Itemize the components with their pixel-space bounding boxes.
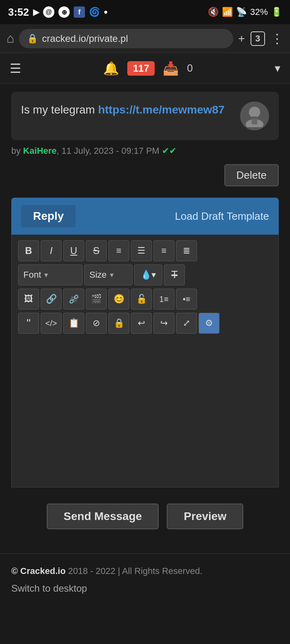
notification-badge: 117 (127, 61, 155, 76)
home-button[interactable]: ⌂ (6, 31, 14, 46)
footer: © Cracked.io 2018 - 2022 | All Rights Re… (0, 553, 290, 602)
tab-count[interactable]: 3 (251, 31, 265, 46)
toolbar-row-2: Font ▾ Size ▾ 💧▾ T̶ (18, 264, 272, 285)
spiral-icon: 🌀 (89, 7, 100, 17)
lock2-button[interactable]: 🔒 (108, 313, 129, 334)
browser-actions: + 3 ⋮ (238, 31, 284, 46)
font-selector[interactable]: Font ▾ (18, 264, 83, 285)
message-body: Is my telegram https://t.me/mewmew87 (21, 101, 234, 118)
inbox-icon[interactable]: 📥 (163, 61, 179, 76)
editor-area[interactable] (11, 343, 279, 487)
nav-center: 🔔 117 📥 0 (103, 61, 193, 76)
new-tab-button[interactable]: + (238, 32, 244, 45)
svg-rect-3 (250, 117, 259, 118)
time-display: 3:52 (8, 6, 29, 19)
align-right-button[interactable]: ≡ (153, 240, 174, 261)
font-chevron-down: ▾ (44, 270, 48, 279)
dot-indicator: • (104, 6, 108, 19)
signal-icon: 📡 (236, 7, 247, 17)
inbox-count: 0 (187, 62, 193, 74)
settings-button[interactable]: ⚙ (199, 313, 220, 334)
image-button[interactable]: 🖼 (18, 289, 39, 310)
bell-icon[interactable]: 🔔 (103, 61, 119, 76)
font-label: Font (23, 270, 41, 280)
footer-copyright: © Cracked.io 2018 - 2022 | All Rights Re… (11, 566, 279, 576)
editor-toolbar: B I U S ≡ ☰ ≡ ≣ Font ▾ Size ▾ 💧▾ T̶ 🖼 🔗 (11, 235, 279, 343)
browser-bar: ⌂ 🔒 cracked.io/private.pl + 3 ⋮ (0, 24, 290, 53)
ordered-list-button[interactable]: 1≡ (153, 289, 174, 310)
message-link[interactable]: https://t.me/mewmew87 (98, 103, 224, 116)
svg-point-0 (249, 107, 260, 118)
menu-button[interactable]: ⋮ (271, 31, 284, 46)
dropdown-arrow[interactable]: ▾ (275, 62, 280, 75)
clear-format-button[interactable]: T̶ (164, 264, 185, 285)
toolbar-row-1: B I U S ≡ ☰ ≡ ≣ (18, 240, 272, 261)
date-display: , 11 July, 2023 - 09:17 PM (57, 146, 160, 156)
message-meta: by KaiHere, 11 July, 2023 - 09:17 PM ✔✔ (11, 146, 279, 156)
align-left-button[interactable]: ≡ (108, 240, 129, 261)
url-bar[interactable]: 🔒 cracked.io/private.pl (19, 29, 233, 48)
read-checkmarks: ✔✔ (162, 146, 176, 156)
undo-button[interactable]: ↩ (131, 313, 152, 334)
redo-button[interactable]: ↪ (153, 313, 174, 334)
preview-button[interactable]: Preview (167, 504, 243, 529)
size-chevron-down: ▾ (110, 270, 114, 279)
delete-btn-row: Delete (11, 164, 279, 186)
load-draft-button[interactable]: Load Draft Template (175, 210, 269, 223)
align-center-button[interactable]: ☰ (131, 240, 152, 261)
resize-button[interactable]: ⤢ (176, 313, 197, 334)
switch-desktop-link[interactable]: Switch to desktop (11, 583, 279, 594)
at-icon: ⊕ (58, 6, 70, 18)
battery-display: 32% (250, 7, 268, 17)
no-entry-button[interactable]: ⊘ (86, 313, 107, 334)
link-button[interactable]: 🔗 (41, 289, 62, 310)
unordered-list-button[interactable]: •≡ (176, 289, 197, 310)
url-text: cracked.io/private.pl (42, 33, 128, 44)
color-button[interactable]: 💧▾ (134, 264, 162, 285)
threads-icon: @ (43, 6, 54, 18)
toolbar-row-4: " </> 📋 ⊘ 🔒 ↩ ↪ ⤢ ⚙ (18, 313, 272, 334)
bold-button[interactable]: B (18, 240, 39, 261)
youtube-icon: ▶ (33, 7, 39, 17)
battery-icon: 🔋 (271, 7, 282, 17)
reply-header: Reply Load Draft Template (11, 198, 279, 235)
copy-button[interactable]: 📋 (63, 313, 84, 334)
unlink-button[interactable]: ⛓‍💥 (63, 289, 84, 310)
nav-bar: ☰ 🔔 117 📥 0 ▾ (0, 53, 290, 84)
reply-button[interactable]: Reply (21, 205, 76, 227)
by-prefix: by (11, 146, 23, 156)
video-button[interactable]: 🎬 (86, 289, 107, 310)
code-button[interactable]: </> (41, 313, 62, 334)
brand-name: © Cracked.io (11, 566, 66, 576)
rights-text: 2018 - 2022 | All Rights Reserved. (68, 566, 202, 576)
lock-icon: 🔒 (27, 33, 38, 44)
emoji-button[interactable]: 😊 (108, 289, 129, 310)
send-message-button[interactable]: Send Message (47, 504, 159, 529)
action-buttons: Send Message Preview (11, 504, 279, 529)
hamburger-menu[interactable]: ☰ (10, 61, 21, 76)
quote-button[interactable]: " (18, 313, 39, 334)
align-justify-button[interactable]: ≣ (176, 240, 197, 261)
message-card: Is my telegram https://t.me/mewmew87 (11, 92, 279, 140)
delete-button[interactable]: Delete (224, 164, 279, 186)
lock-button[interactable]: 🔓 (131, 289, 152, 310)
strikethrough-button[interactable]: S (86, 240, 107, 261)
wifi-icon: 📶 (222, 7, 233, 17)
size-label: Size (89, 270, 107, 280)
facebook-icon: f (74, 6, 85, 18)
avatar (240, 101, 269, 130)
mute-icon: 🔇 (208, 7, 219, 17)
toolbar-row-3: 🖼 🔗 ⛓‍💥 🎬 😊 🔓 1≡ •≡ (18, 289, 272, 310)
underline-button[interactable]: U (63, 240, 84, 261)
main-content: Is my telegram https://t.me/mewmew87 by … (0, 84, 290, 553)
status-bar: 3:52 ▶ @ ⊕ f 🌀 • 🔇 📶 📡 32% 🔋 (0, 0, 290, 24)
status-time: 3:52 ▶ @ ⊕ f 🌀 • (8, 6, 108, 19)
status-right-icons: 🔇 📶 📡 32% 🔋 (208, 7, 282, 17)
author-name[interactable]: KaiHere (23, 146, 56, 156)
size-selector[interactable]: Size ▾ (84, 264, 133, 285)
italic-button[interactable]: I (41, 240, 62, 261)
